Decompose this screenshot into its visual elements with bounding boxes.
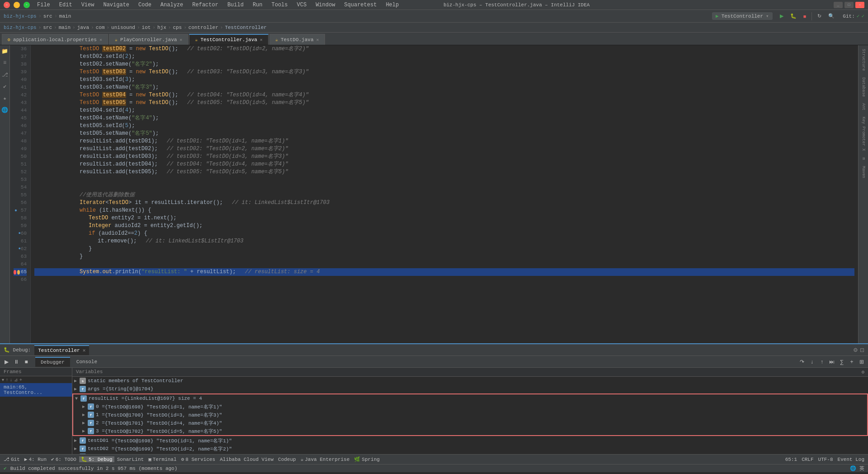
code-line-65: System.out.println("resultList: " + resu… (34, 268, 854, 276)
bottom-position[interactable]: 65:1 (783, 457, 799, 462)
var-testd02[interactable]: ▶ f testD02 = {TestDO@1699} "TestDO(id=2… (72, 445, 868, 453)
menu-tools[interactable]: Tools (270, 2, 290, 8)
tab-application-properties[interactable]: ⚙ application-local.properties ✕ (2, 34, 108, 45)
update-button[interactable]: ↻ (815, 12, 824, 20)
code-editor[interactable]: TestDO testD02 = new TestDO(); // testD0… (31, 45, 858, 343)
search-everywhere[interactable]: 🔍 (826, 12, 837, 20)
debug-tab-close[interactable]: ✕ (83, 347, 86, 353)
menu-file[interactable]: File (35, 2, 52, 8)
sidebar-ant[interactable]: Ant (860, 100, 867, 113)
frames-add-btn[interactable]: + (19, 377, 22, 382)
breadcrumb-project[interactable]: biz-hjx-cps (4, 25, 37, 30)
debug-button[interactable]: 🐛 (788, 12, 799, 20)
var-resultlist-0[interactable]: ▶ f 0 = {TestDO@1698} "TestDO(id=1, name… (73, 403, 867, 411)
show-frames-btn[interactable]: ⊞ (857, 357, 866, 366)
step-into-btn[interactable]: ↓ (807, 357, 816, 366)
bottom-debug[interactable]: 🐛 5: Debug (79, 456, 114, 462)
bottom-spring[interactable]: 🌿 Spring (352, 456, 382, 462)
variables-settings[interactable]: ⚙ (861, 369, 864, 375)
sidebar-git[interactable]: ⎇ (1, 71, 9, 79)
var-resultlist-1[interactable]: ▶ f 1 = {TestDO@1700} "TestDO(id=3, name… (73, 411, 867, 419)
bottom-encoding[interactable]: UTF-8 (816, 457, 835, 462)
run-to-cursor-btn[interactable]: ⏭ (827, 357, 836, 366)
run-button[interactable]: ▶ (777, 12, 786, 20)
sidebar-favorites[interactable]: ★ (1, 94, 9, 102)
sidebar-web[interactable]: 🌐 (1, 106, 9, 114)
bottom-java-enterprise[interactable]: ☕ Java Enterprise (299, 456, 352, 462)
bottom-todo[interactable]: ✔ 6: TODO (49, 456, 78, 462)
debug-stop-btn[interactable]: ■ (22, 357, 31, 366)
maximize-button[interactable]: + (24, 2, 30, 8)
step-over-btn[interactable]: ↷ (797, 357, 807, 366)
window-close[interactable]: × (855, 2, 864, 8)
var-static-members[interactable]: ▶ s static members of TestController (72, 377, 868, 385)
menu-squaretest[interactable]: Squaretest (342, 2, 378, 8)
menu-build[interactable]: Build (226, 2, 245, 8)
window-minimize[interactable]: _ (834, 2, 843, 8)
sidebar-maven[interactable]: Maven (860, 163, 867, 181)
close-button[interactable]: ✕ (4, 2, 10, 8)
bottom-run[interactable]: ▶ 4: Run (23, 456, 48, 462)
tab-close-play[interactable]: ✕ (179, 37, 182, 43)
debug-tab-testcontroller[interactable]: TestController ✕ (34, 345, 89, 355)
var-resultlist-2[interactable]: ▶ f 2 = {TestDO@1701} "TestDO(id=4, name… (73, 419, 867, 427)
frames-dropdown-btn[interactable]: ▾ (2, 377, 4, 382)
menu-navigate[interactable]: Navigate (101, 2, 131, 8)
bottom-alibaba[interactable]: Alibaba Cloud View (218, 457, 275, 462)
bottom-line-sep[interactable]: CRLF (800, 457, 815, 462)
var-resultlist-3[interactable]: ▶ f 3 = {TestDO@1702} "TestDO(id=5, name… (73, 427, 867, 435)
menu-analyze[interactable]: Analyze (159, 2, 185, 8)
tab-testdo[interactable]: ☕ TestDO.java ✕ (269, 34, 325, 45)
debug-panel-expand[interactable]: ⊡ (860, 347, 864, 353)
sidebar-database[interactable]: Database (860, 75, 867, 100)
tab-close-testdo[interactable]: ✕ (316, 37, 319, 43)
code-line-38: testD02.setName("名字2"); (34, 61, 854, 68)
var-resultlist[interactable]: ▼ f resultList = {LinkedList@1697} size … (73, 394, 867, 403)
minimize-button[interactable]: − (14, 2, 20, 8)
sidebar-project[interactable]: 📁 (1, 47, 9, 55)
debug-settings-btn[interactable]: ⚙ (853, 347, 858, 353)
bottom-event-log[interactable]: Event Log (836, 457, 866, 462)
var-testd01[interactable]: ▶ f testD01 = {TestDO@1698} "TestDO(id=1… (72, 436, 868, 445)
bottom-services[interactable]: ⚙ 8 Services (179, 456, 217, 462)
bottom-sonarLint[interactable]: SonarLint (115, 457, 146, 462)
menu-run[interactable]: Run (251, 2, 264, 8)
debugger-tab[interactable]: Debugger (35, 357, 70, 367)
frames-filter-btn[interactable]: ⊿ (14, 377, 18, 382)
tab-test-controller[interactable]: ☕ TestController.java ✕ (189, 34, 268, 45)
debug-pause-btn[interactable]: ⏸ (12, 357, 21, 366)
run-config-selector[interactable]: ▶ TestController ▾ (712, 12, 773, 20)
frame-item-main[interactable]: main:65, TestContro... (0, 383, 72, 397)
console-tab[interactable]: Console (71, 357, 103, 367)
menu-help[interactable]: Help (384, 2, 401, 8)
var-args[interactable]: ▶ f args = {String[0]@1704} (72, 385, 868, 393)
menu-refactor[interactable]: Refactor (190, 2, 220, 8)
evaluate-btn[interactable]: ∑ (837, 357, 846, 366)
menu-edit[interactable]: Edit (57, 2, 74, 8)
debug-resume-btn[interactable]: ▶ (2, 357, 11, 366)
frames-down-btn[interactable]: ↓ (10, 377, 12, 382)
var-testd03[interactable]: ▶ f testD03 = {TestDO@1700} "TestDO(id=3… (72, 453, 868, 454)
frames-up-btn[interactable]: ↑ (6, 377, 8, 382)
add-watch-btn[interactable]: + (847, 357, 856, 366)
bottom-terminal[interactable]: ▣ Terminal (146, 456, 178, 462)
step-out-btn[interactable]: ↑ (817, 357, 826, 366)
stop-button[interactable]: ■ (801, 13, 809, 20)
tab-play-controller[interactable]: ☕ PlayController.java ✕ (109, 34, 188, 45)
sidebar-commit[interactable]: ✔ (1, 82, 9, 90)
project-name[interactable]: biz-hjx-cps (4, 14, 37, 19)
menu-bar: File Edit View Navigate Code Analyze Ref… (35, 2, 401, 8)
menu-vcs[interactable]: VCS (295, 2, 309, 8)
sidebar-m[interactable]: m (860, 155, 867, 162)
tab-close-test[interactable]: ✕ (260, 37, 263, 43)
sidebar-key-promoter[interactable]: Key Promoter X (860, 114, 867, 154)
tab-close-properties[interactable]: ✕ (99, 37, 102, 43)
bottom-git[interactable]: ⎇ Git (2, 456, 22, 462)
menu-window[interactable]: Window (314, 2, 337, 8)
menu-view[interactable]: View (80, 2, 96, 8)
window-restore[interactable]: □ (844, 2, 854, 8)
sidebar-structure[interactable]: Structure (860, 46, 867, 74)
sidebar-structure[interactable]: ≡ (1, 59, 9, 67)
bottom-codeup[interactable]: Codeup (276, 457, 298, 462)
menu-code[interactable]: Code (137, 2, 153, 8)
